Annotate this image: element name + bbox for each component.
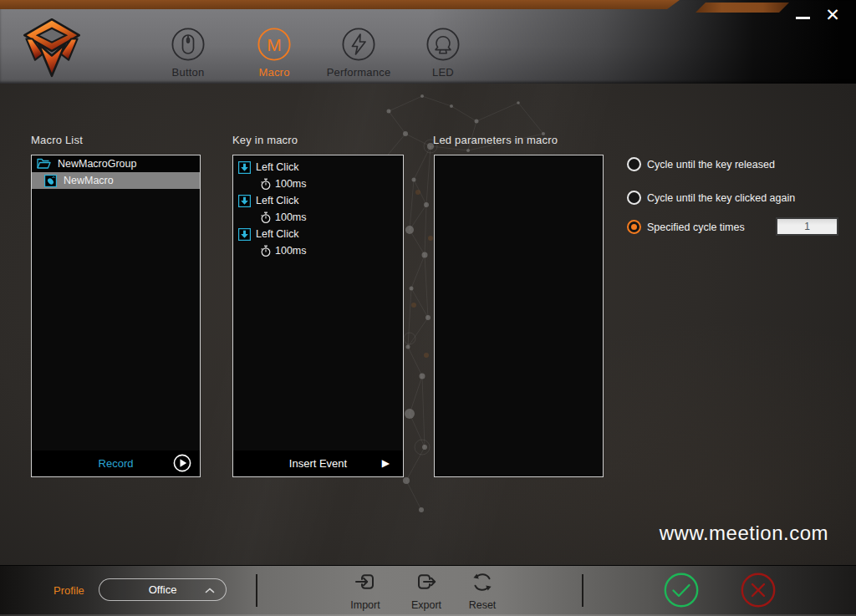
event-delay-row[interactable]: 100ms — [233, 209, 403, 226]
event-action-label: Left Click — [256, 161, 298, 173]
timer-icon — [260, 245, 272, 257]
footer-divider — [582, 574, 583, 607]
footer-divider — [256, 574, 257, 607]
macro-item-row[interactable]: NewMacro — [32, 172, 200, 189]
event-action-label: Left Click — [256, 228, 298, 240]
macro-group-row[interactable]: NewMacroGroup — [32, 155, 200, 172]
radio-icon — [627, 191, 641, 205]
app-window: Button M Macro Performance LED — [0, 0, 856, 616]
check-icon — [664, 573, 699, 608]
tab-button[interactable]: Button — [142, 28, 234, 79]
led-lamp-icon — [426, 28, 460, 61]
event-delay-label: 100ms — [275, 178, 307, 190]
key-in-macro-panel: Left Click 100ms — [232, 155, 404, 477]
minimize-button[interactable] — [792, 7, 814, 27]
key-in-macro-title: Key in macro — [232, 134, 298, 146]
event-delay-row[interactable]: 100ms — [233, 176, 403, 192]
insert-event-label: Insert Event — [289, 457, 347, 470]
profile-dropdown[interactable]: Office — [99, 578, 227, 601]
reset-label: Reset — [453, 599, 512, 611]
record-label: Record — [99, 457, 134, 470]
macro-m-icon: M — [257, 28, 291, 61]
event-action-row[interactable]: Left Click — [233, 159, 403, 176]
key-down-icon — [238, 228, 251, 241]
close-button[interactable]: ✕ — [819, 2, 846, 28]
tab-led-label: LED — [397, 66, 489, 79]
website-text: www.meetion.com — [660, 522, 828, 545]
event-delay-row[interactable]: 100ms — [233, 242, 403, 259]
tab-macro[interactable]: M Macro — [228, 28, 320, 79]
macro-list-panel: NewMacroGroup NewMacro Record — [31, 155, 201, 477]
radio-label: Specified cycle times — [647, 221, 745, 233]
macro-group-label: NewMacroGroup — [58, 158, 136, 170]
import-label: Import — [336, 599, 395, 611]
radio-specified-cycle-times[interactable]: Specified cycle times — [627, 220, 745, 234]
event-action-label: Left Click — [256, 195, 298, 206]
profile-label: Profile — [54, 584, 84, 597]
profile-value: Office — [149, 583, 177, 596]
reset-button[interactable]: Reset — [453, 569, 512, 611]
brand-logo — [20, 15, 84, 80]
export-label: Export — [397, 599, 456, 611]
tab-performance[interactable]: Performance — [313, 28, 405, 79]
header-bar: Button M Macro Performance LED — [0, 0, 856, 84]
timer-icon — [260, 211, 272, 224]
apply-button[interactable] — [664, 573, 699, 608]
tab-macro-label: Macro — [228, 66, 320, 79]
export-button[interactable]: Export — [397, 569, 456, 611]
lightning-icon — [342, 28, 375, 61]
key-down-icon — [238, 161, 251, 174]
record-bar[interactable]: Record — [32, 451, 200, 476]
play-icon[interactable] — [173, 454, 191, 472]
event-delay-label: 100ms — [275, 211, 307, 223]
main-content: Macro List Key in macro Led parameters i… — [0, 84, 856, 565]
x-icon — [741, 573, 776, 608]
tab-led[interactable]: LED — [397, 28, 489, 79]
insert-event-arrow-icon: ▶ — [382, 457, 390, 469]
reset-icon — [470, 569, 495, 594]
import-button[interactable]: Import — [336, 569, 395, 611]
import-icon — [353, 569, 378, 594]
titlebar-accent-parallelogram — [696, 3, 789, 13]
cancel-button[interactable] — [741, 573, 776, 608]
radio-cycle-until-clicked-again[interactable]: Cycle until the key clicked again — [627, 191, 795, 205]
event-action-row[interactable]: Left Click — [233, 192, 403, 209]
minimize-icon — [796, 17, 810, 19]
export-icon — [414, 569, 439, 594]
led-params-panel — [434, 155, 604, 477]
insert-event-bar[interactable]: Insert Event ▶ — [233, 451, 403, 476]
event-action-row[interactable]: Left Click — [233, 226, 403, 242]
timer-icon — [260, 178, 272, 191]
tab-button-label: Button — [142, 66, 234, 79]
macro-item-icon — [44, 175, 57, 187]
svg-text:M: M — [267, 35, 282, 54]
radio-label: Cycle until the key released — [647, 159, 775, 171]
radio-icon — [627, 220, 641, 234]
radio-icon — [627, 157, 641, 171]
radio-label: Cycle until the key clicked again — [647, 192, 795, 204]
radio-cycle-until-released[interactable]: Cycle until the key released — [627, 157, 775, 171]
key-down-icon — [238, 195, 251, 207]
event-list: Left Click 100ms — [233, 155, 403, 259]
folder-icon — [37, 158, 51, 170]
chevron-up-icon — [205, 588, 215, 593]
cycle-times-input[interactable] — [776, 217, 838, 236]
tab-performance-label: Performance — [313, 66, 405, 79]
event-delay-label: 100ms — [275, 245, 307, 257]
macro-list-title: Macro List — [31, 134, 83, 146]
titlebar-accent-strip — [0, 0, 685, 9]
mouse-icon — [171, 28, 205, 61]
macro-item-label: NewMacro — [64, 175, 114, 186]
led-params-title: Led parameters in macro — [433, 134, 558, 146]
